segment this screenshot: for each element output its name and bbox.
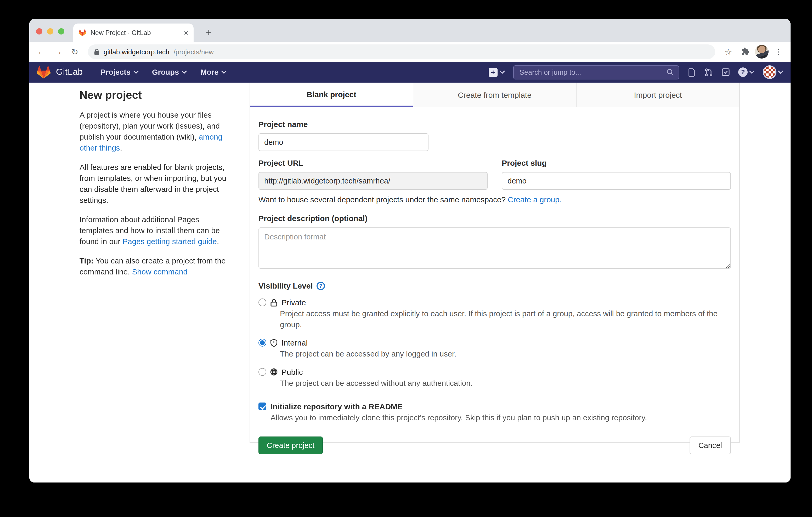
browser-tab-strip: New Project · GitLab × + xyxy=(29,19,790,42)
tab-create-from-template[interactable]: Create from template xyxy=(413,83,576,107)
visibility-level-label: Visibility Level xyxy=(258,281,313,290)
browser-profile-avatar[interactable] xyxy=(755,45,768,59)
gitlab-favicon-icon xyxy=(79,29,86,37)
padlock-icon xyxy=(94,49,99,55)
browser-menu-icon[interactable]: ⋮ xyxy=(772,45,785,59)
new-tab-button[interactable]: + xyxy=(202,26,215,39)
browser-actions: ☆ ⋮ xyxy=(722,45,785,59)
public-radio[interactable] xyxy=(258,368,266,376)
bookmark-star-icon[interactable]: ☆ xyxy=(722,45,735,59)
show-command-link[interactable]: Show command xyxy=(132,268,187,276)
tab-close-icon[interactable]: × xyxy=(184,29,188,37)
todos-icon[interactable] xyxy=(722,68,730,76)
browser-tab[interactable]: New Project · GitLab × xyxy=(73,24,194,42)
cancel-button[interactable]: Cancel xyxy=(690,436,731,454)
project-description-textarea[interactable] xyxy=(258,227,731,269)
project-slug-label: Project slug xyxy=(502,158,731,167)
public-label[interactable]: Public xyxy=(282,367,303,376)
browser-window: New Project · GitLab × + ← → ↻ gitlab.wi… xyxy=(29,19,790,483)
url-host: gitlab.widgetcorp.tech xyxy=(104,48,170,56)
help-icon: ? xyxy=(738,67,748,77)
sidebar-paragraph: All features are enabled for blank proje… xyxy=(80,162,232,206)
sidebar-paragraph: A project is where you house your files … xyxy=(80,110,232,154)
address-bar[interactable]: gitlab.widgetcorp.tech/projects/new xyxy=(88,44,715,59)
plus-square-icon: + xyxy=(489,68,498,77)
project-name-input[interactable] xyxy=(258,133,429,151)
search-box[interactable] xyxy=(513,65,679,79)
namespace-hint: Want to house several dependent projects… xyxy=(258,195,731,204)
visibility-option-private: Private Project access must be granted e… xyxy=(258,298,731,330)
project-description-label: Project description (optional) xyxy=(258,214,731,223)
close-window-button[interactable] xyxy=(36,28,42,34)
project-name-label: Project name xyxy=(258,120,731,129)
gitlab-logo[interactable]: GitLab xyxy=(37,65,83,79)
help-menu-button[interactable]: ? xyxy=(738,67,754,77)
create-a-group-link[interactable]: Create a group. xyxy=(508,195,562,204)
blank-project-form: Project name Project URL Project slug Wa… xyxy=(250,107,739,454)
gitlab-wordmark: GitLab xyxy=(56,67,83,78)
project-type-tabs: Blank project Create from template Impor… xyxy=(250,83,739,107)
search-icon xyxy=(667,68,674,76)
visibility-option-internal: Internal The project can be accessed by … xyxy=(258,338,731,360)
nav-item-groups[interactable]: Groups xyxy=(152,68,187,76)
sidebar-tip: Tip: You can also create a project from … xyxy=(80,255,232,278)
initialize-readme-label[interactable]: Initialize repository with a README xyxy=(270,402,403,411)
minimize-window-button[interactable] xyxy=(47,28,53,34)
form-actions: Create project Cancel xyxy=(258,436,731,454)
tab-import-project[interactable]: Import project xyxy=(576,83,739,107)
zoom-window-button[interactable] xyxy=(58,28,64,34)
browser-tab-title: New Project · GitLab xyxy=(90,29,179,36)
new-menu-button[interactable]: + xyxy=(489,68,505,77)
readme-description: Allows you to immediately clone this pro… xyxy=(270,414,731,422)
nav-item-more[interactable]: More xyxy=(200,68,226,76)
internal-label[interactable]: Internal xyxy=(282,338,308,347)
extensions-puzzle-icon[interactable] xyxy=(738,45,752,59)
initialize-readme-checkbox[interactable] xyxy=(258,402,266,410)
sidebar-paragraph: Information about additional Pages templ… xyxy=(80,214,232,247)
new-project-panel: Blank project Create from template Impor… xyxy=(250,83,740,443)
project-url-input[interactable] xyxy=(258,172,488,190)
forward-icon[interactable]: → xyxy=(51,45,65,59)
nav-item-projects[interactable]: Projects xyxy=(101,68,138,76)
search-input[interactable] xyxy=(519,68,663,77)
user-avatar xyxy=(763,65,776,79)
globe-icon xyxy=(270,368,278,376)
public-description: The project can be accessed without any … xyxy=(280,378,722,389)
reload-icon[interactable]: ↻ xyxy=(68,45,82,59)
visibility-help-icon[interactable]: ? xyxy=(317,281,325,290)
back-icon[interactable]: ← xyxy=(34,45,48,59)
gitlab-navbar: GitLab Projects Groups More + xyxy=(29,62,790,83)
user-menu-button[interactable] xyxy=(763,65,783,79)
page-content: New project A project is where you house… xyxy=(29,83,790,483)
private-label[interactable]: Private xyxy=(282,298,306,307)
gitlab-tanuki-icon xyxy=(37,65,51,79)
page-sidebar: New project A project is where you house… xyxy=(80,85,232,286)
pages-guide-link[interactable]: Pages getting started guide xyxy=(123,237,217,246)
page-title: New project xyxy=(80,89,232,101)
issues-icon[interactable] xyxy=(688,68,696,77)
private-description: Project access must be granted explicitl… xyxy=(280,308,722,330)
internal-radio[interactable] xyxy=(258,339,266,346)
tab-blank-project[interactable]: Blank project xyxy=(250,83,413,107)
nav-menu: Projects Groups More xyxy=(101,68,227,76)
private-radio[interactable] xyxy=(258,299,266,306)
traffic-lights xyxy=(36,28,64,34)
project-url-label: Project URL xyxy=(258,158,488,167)
screen: New Project · GitLab × + ← → ↻ gitlab.wi… xyxy=(0,0,812,517)
merge-requests-icon[interactable] xyxy=(704,68,713,77)
shield-icon xyxy=(270,338,278,347)
lock-icon xyxy=(270,298,278,307)
internal-description: The project can be accessed by any logge… xyxy=(280,349,722,360)
project-slug-input[interactable] xyxy=(502,172,731,190)
browser-toolbar: ← → ↻ gitlab.widgetcorp.tech/projects/ne… xyxy=(29,42,790,62)
visibility-option-public: Public The project can be accessed witho… xyxy=(258,367,731,389)
create-project-button[interactable]: Create project xyxy=(258,436,323,454)
nav-right: + xyxy=(489,65,783,79)
readme-section: Initialize repository with a README Allo… xyxy=(258,402,731,422)
url-path: /projects/new xyxy=(174,48,214,56)
